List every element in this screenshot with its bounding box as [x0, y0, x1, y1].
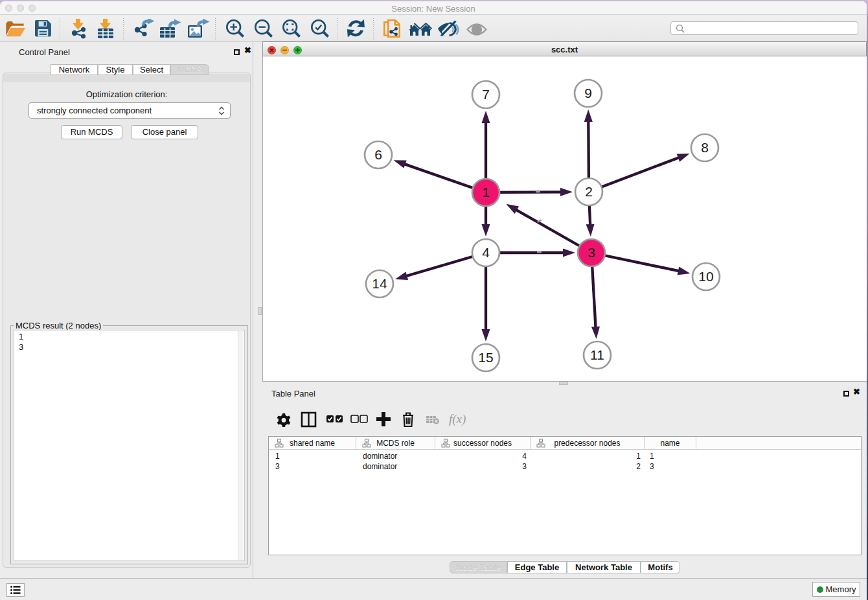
- svg-text:1: 1: [482, 185, 490, 200]
- svg-text:6: 6: [374, 147, 382, 162]
- svg-text:4: 4: [482, 245, 490, 260]
- svg-text:3: 3: [588, 245, 595, 260]
- svg-text:14: 14: [372, 276, 387, 291]
- svg-text:9: 9: [584, 86, 592, 100]
- svg-text:10: 10: [698, 269, 713, 284]
- svg-text:8: 8: [701, 140, 709, 155]
- svg-text:15: 15: [478, 350, 493, 365]
- svg-text:11: 11: [590, 347, 604, 362]
- svg-text:2: 2: [585, 184, 593, 199]
- svg-text:f(x): f(x): [449, 412, 466, 426]
- svg-text:7: 7: [482, 87, 490, 102]
